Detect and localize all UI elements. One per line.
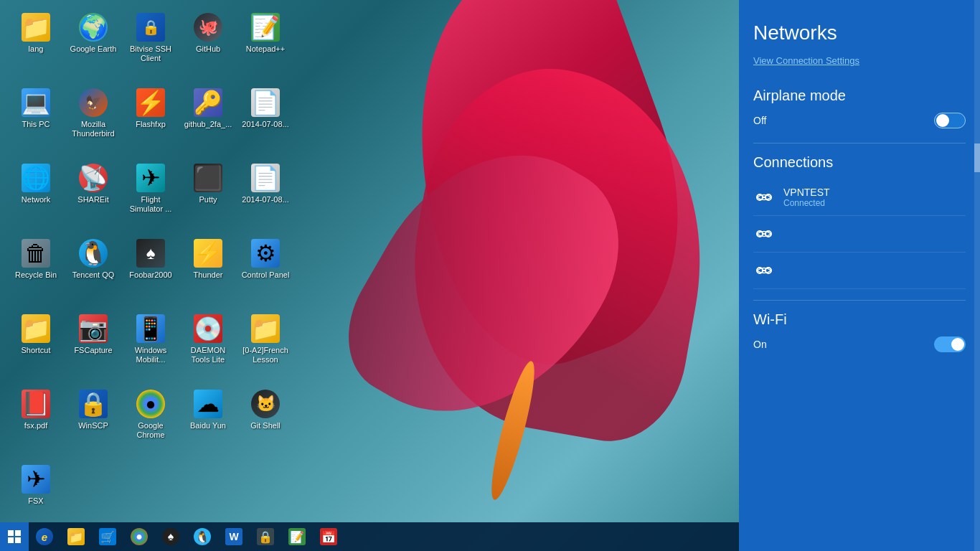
taskbar-tencent[interactable]: 🐧	[187, 522, 218, 551]
shortcut-label: Shortcut	[22, 346, 51, 355]
windows-mobil-label: Windows Mobilit...	[125, 346, 176, 364]
taskbar-store[interactable]: 🛒	[92, 522, 123, 551]
taskbar-explorer[interactable]: 📁	[60, 522, 92, 551]
taskbar-notepad[interactable]: 📝	[281, 522, 313, 551]
taskbar-lock[interactable]: 🔒	[250, 522, 281, 551]
french-icon: 📁	[251, 314, 280, 343]
desktop-icon-putty[interactable]: ⬛ Putty	[179, 158, 237, 233]
baiduyun-label: Baidu Yun	[190, 421, 226, 430]
desktop-icon-file1[interactable]: 📄 2014-07-08...	[237, 83, 294, 158]
taskbar-chrome[interactable]: ●	[123, 522, 155, 551]
desktop-icon-lang[interactable]: 📁 lang	[7, 7, 65, 83]
thunderbird-label: Mozilla Thunderbird	[67, 120, 119, 138]
desktop-icon-chrome[interactable]: ● Google Chrome	[122, 384, 179, 459]
flight-sim-label: Flight Simulator ...	[125, 195, 176, 214]
desktop-icon-windows-mobil[interactable]: 📱 Windows Mobilit...	[122, 309, 179, 384]
wifi-status: On	[753, 339, 767, 350]
desktop-icon-flashfxp[interactable]: ⚡ Flashfxp	[122, 83, 179, 158]
word-icon: W	[225, 528, 242, 545]
connection-icon-3	[753, 260, 775, 281]
desktop-icon-github2fa[interactable]: 🔑 github_2fa_...	[179, 83, 237, 158]
taskbar-ie[interactable]: e	[29, 522, 60, 551]
fsxpdf-label: fsx.pdf	[24, 421, 47, 430]
fscapture-icon: 📷	[79, 314, 108, 343]
taskbar-foobar[interactable]: ♠	[155, 522, 187, 551]
scrollbar-thumb[interactable]	[974, 143, 980, 172]
start-button[interactable]	[0, 522, 29, 551]
desktop-icon-bitvise[interactable]: 🔒 Bitvise SSH Client	[122, 7, 179, 83]
notepadpp-label: Notepad++	[246, 44, 285, 54]
networks-panel: Networks View Connection Settings Airpla…	[739, 0, 980, 551]
connections-section: Connections	[753, 154, 966, 171]
bitvise-label: Bitvise SSH Client	[125, 44, 176, 63]
explorer-icon: 📁	[67, 528, 85, 545]
desktop-icon-shareit[interactable]: 📡 SHAREit	[65, 158, 122, 233]
github2fa-label: github_2fa_...	[184, 120, 232, 129]
connection-vpntest[interactable]: VPNTEST Connected	[753, 179, 966, 216]
connection-icon-2	[753, 223, 775, 245]
desktop-icon-thunder[interactable]: ⚡ Thunder	[179, 233, 237, 309]
putty-label: Putty	[199, 195, 217, 204]
desktop-icon-network[interactable]: 🌐 Network	[7, 158, 65, 233]
divider-2	[753, 300, 966, 301]
store-icon: 🛒	[99, 528, 116, 545]
view-connection-link[interactable]: View Connection Settings	[753, 55, 966, 66]
desktop-icon-file2[interactable]: 📄 2014-07-08...	[237, 158, 294, 233]
desktop-icon-baiduyun[interactable]: ☁ Baidu Yun	[179, 384, 237, 459]
airplane-mode-status: Off	[753, 115, 766, 126]
shareit-icon: 📡	[79, 164, 108, 192]
fscapture-label: FSCapture	[74, 346, 112, 355]
desktop-icons-grid: 📁 lang 🌍 Google Earth 🔒 Bitvise SSH Clie…	[7, 7, 294, 534]
network-label: Network	[22, 195, 50, 204]
foobar-label: Foobar2000	[129, 270, 171, 280]
desktop-icon-thunderbird[interactable]: 🦅 Mozilla Thunderbird	[65, 83, 122, 158]
desktop-icon-thispc[interactable]: 💻 This PC	[7, 83, 65, 158]
desktop-icon-github[interactable]: 🐙 GitHub	[179, 7, 237, 83]
desktop-icon-french[interactable]: 📁 [0-A2]French Lesson	[237, 309, 294, 384]
github-icon: 🐙	[194, 13, 222, 42]
thunderbird-icon: 🦅	[79, 88, 108, 117]
desktop-icon-notepadpp[interactable]: 📝 Notepad++	[237, 7, 294, 83]
fsx-icon: ✈	[22, 465, 50, 494]
flight-sim-icon: ✈	[136, 164, 165, 192]
airplane-mode-toggle[interactable]	[934, 113, 966, 128]
github-label: GitHub	[196, 44, 220, 54]
desktop-icon-fsxpdf[interactable]: 📕 fsx.pdf	[7, 384, 65, 459]
desktop-icon-fscapture[interactable]: 📷 FSCapture	[65, 309, 122, 384]
wifi-toggle[interactable]	[934, 336, 966, 352]
connection-item-3[interactable]	[753, 253, 966, 289]
control-panel-icon: ⚙	[251, 239, 280, 268]
desktop-icon-flight-sim[interactable]: ✈ Flight Simulator ...	[122, 158, 179, 233]
desktop-icon-shortcut[interactable]: 📁 Shortcut	[7, 309, 65, 384]
taskbar-calendar[interactable]: 📅	[313, 522, 344, 551]
desktop-icon-gitshell[interactable]: 🐱 Git Shell	[237, 384, 294, 459]
control-panel-label: Control Panel	[242, 270, 290, 280]
taskbar-word[interactable]: W	[218, 522, 250, 551]
desktop-icon-daemon[interactable]: 💿 DAEMON Tools Lite	[179, 309, 237, 384]
baiduyun-icon: ☁	[194, 390, 222, 418]
chrome-label: Google Chrome	[125, 421, 176, 440]
desktop-icon-winscp[interactable]: 🔒 WinSCP	[65, 384, 122, 459]
desktop-icon-control-panel[interactable]: ⚙ Control Panel	[237, 233, 294, 309]
desktop-icon-recycle[interactable]: 🗑 Recycle Bin	[7, 233, 65, 309]
french-label: [0-A2]French Lesson	[240, 346, 291, 364]
scrollbar-track[interactable]	[974, 0, 980, 551]
desktop-icon-tencent[interactable]: 🐧 Tencent QQ	[65, 233, 122, 309]
ie-icon: e	[36, 528, 53, 545]
vpn-icon	[753, 187, 775, 208]
foobar-taskbar-icon: ♠	[162, 528, 179, 545]
thispc-icon: 💻	[22, 88, 50, 117]
airplane-mode-toggle-row: Off	[753, 113, 966, 128]
airplane-mode-section: Airplane mode	[753, 88, 966, 104]
notepad-taskbar-icon: 📝	[288, 528, 306, 545]
bitvise-icon: 🔒	[136, 13, 165, 42]
file1-label: 2014-07-08...	[242, 120, 288, 129]
desktop-icon-google-earth[interactable]: 🌍 Google Earth	[65, 7, 122, 83]
desktop-icon-foobar[interactable]: ♠ Foobar2000	[122, 233, 179, 309]
google-earth-icon: 🌍	[79, 13, 108, 42]
shortcut-icon: 📁	[22, 314, 50, 343]
connection-item-2[interactable]	[753, 216, 966, 253]
connections-list: VPNTEST Connected	[753, 179, 966, 289]
winscp-icon: 🔒	[79, 390, 108, 418]
chrome-taskbar-icon: ●	[131, 528, 148, 545]
